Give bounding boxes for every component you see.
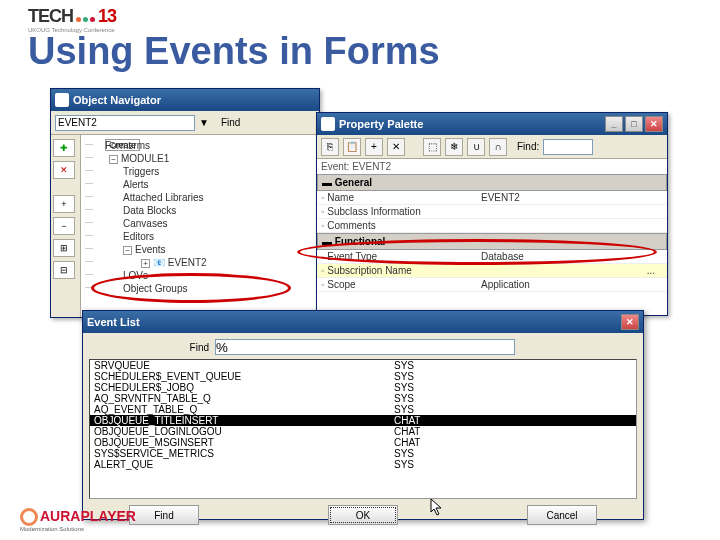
copy-icon[interactable]: ⎘ xyxy=(321,138,339,156)
prop-comments[interactable]: Comments xyxy=(317,219,667,233)
find-input[interactable] xyxy=(215,339,515,355)
section-functional[interactable]: ▬ Functional xyxy=(317,233,667,250)
object-tree[interactable]: Create Formsrms −MODULE1 Triggers Alerts… xyxy=(81,135,319,317)
sidebar: ✚ ✕ + − ⊞ ⊟ xyxy=(51,135,81,317)
event-list-dialog: Event List ✕ Find SRVQUEUESYS SCHEDULER$… xyxy=(82,310,644,520)
cancel-button[interactable]: Cancel xyxy=(527,505,597,525)
tree-item[interactable]: LOVs xyxy=(85,269,315,282)
window-title: Property Palette xyxy=(339,118,423,130)
table-row: ALERT_QUESYS xyxy=(90,459,636,470)
paste-icon[interactable]: 📋 xyxy=(343,138,361,156)
freeze-icon[interactable]: ❄ xyxy=(445,138,463,156)
toolbar: ▼ Find xyxy=(51,111,319,135)
prop-subclass[interactable]: Subclass Information xyxy=(317,205,667,219)
minimize-button[interactable]: _ xyxy=(605,116,623,132)
collapse-all-button[interactable]: ⊟ xyxy=(53,261,75,279)
table-row: AQ_SRVNTFN_TABLE_QSYS xyxy=(90,393,636,404)
expand-button[interactable]: + xyxy=(53,195,75,213)
table-row: OBJQUEUE_LOGINLOGOUCHAT xyxy=(90,426,636,437)
table-row: SYS$SERVICE_METRICSSYS xyxy=(90,448,636,459)
tree-item[interactable]: Triggers xyxy=(85,165,315,178)
prop-subscription-name[interactable]: Subscription Name... xyxy=(317,264,667,278)
table-row: OBJQUEUE_MSGINSERTCHAT xyxy=(90,437,636,448)
create-button[interactable]: ✚ xyxy=(53,139,75,157)
delete-icon[interactable]: ✕ xyxy=(387,138,405,156)
ok-button[interactable]: OK xyxy=(328,505,398,525)
tree-item-events[interactable]: Events xyxy=(135,244,166,255)
find-label: Find xyxy=(89,342,209,353)
object-navigator-window: Object Navigator ▼ Find ✚ ✕ + − ⊞ ⊟ Crea… xyxy=(50,88,320,318)
footer-logo: AURAPLAYER Modernization Solutions xyxy=(20,508,136,532)
maximize-button[interactable]: □ xyxy=(625,116,643,132)
prop-scope[interactable]: ScopeApplication xyxy=(317,278,667,292)
find-label: Find xyxy=(221,117,240,128)
titlebar[interactable]: Object Navigator xyxy=(51,89,319,111)
tree-item[interactable]: Alerts xyxy=(85,178,315,191)
find-label: Find: xyxy=(517,141,539,152)
titlebar[interactable]: Event List ✕ xyxy=(83,311,643,333)
palette-header: Event: EVENT2 xyxy=(317,159,667,174)
tree-item[interactable]: Object Groups xyxy=(85,282,315,295)
prop-name[interactable]: NameEVENT2 xyxy=(317,191,667,205)
toolbar: ⎘ 📋 + ✕ ⬚ ❄ ∪ ∩ Find: xyxy=(317,135,667,159)
section-general[interactable]: ▬ General xyxy=(317,174,667,191)
union-icon[interactable]: ∪ xyxy=(467,138,485,156)
find-button[interactable]: Find xyxy=(129,505,199,525)
tree-item[interactable]: MODULE1 xyxy=(121,153,169,164)
table-row-selected: OBJQUEUE_TITLEINSERTCHAT xyxy=(90,415,636,426)
intersect-icon[interactable]: ∩ xyxy=(489,138,507,156)
app-icon xyxy=(321,117,335,131)
titlebar[interactable]: Property Palette _ □ ✕ xyxy=(317,113,667,135)
brand-logo: TECH13 UKOUG Technology Conference xyxy=(28,6,116,33)
app-icon xyxy=(55,93,69,107)
expand-all-button[interactable]: ⊞ xyxy=(53,239,75,257)
window-title: Event List xyxy=(87,316,140,328)
tree-item[interactable]: Attached Libraries xyxy=(85,191,315,204)
close-button[interactable]: ✕ xyxy=(621,314,639,330)
tree-item[interactable]: Data Blocks xyxy=(85,204,315,217)
event-table[interactable]: SRVQUEUESYS SCHEDULER$_EVENT_QUEUESYS SC… xyxy=(89,359,637,499)
table-row: SCHEDULER$_JOBQSYS xyxy=(90,382,636,393)
inherit-icon[interactable]: ⬚ xyxy=(423,138,441,156)
tree-item[interactable]: Editors xyxy=(85,230,315,243)
close-button[interactable]: ✕ xyxy=(645,116,663,132)
current-object-input[interactable] xyxy=(55,115,195,131)
find-input[interactable] xyxy=(543,139,593,155)
table-row: SRVQUEUESYS xyxy=(90,360,636,371)
table-row: AQ_EVENT_TABLE_QSYS xyxy=(90,404,636,415)
tree-item[interactable]: Canvases xyxy=(85,217,315,230)
delete-button[interactable]: ✕ xyxy=(53,161,75,179)
window-title: Object Navigator xyxy=(73,94,161,106)
collapse-button[interactable]: − xyxy=(53,217,75,235)
tree-item-event2[interactable]: EVENT2 xyxy=(168,257,207,268)
table-row: SCHEDULER$_EVENT_QUEUESYS xyxy=(90,371,636,382)
add-icon[interactable]: + xyxy=(365,138,383,156)
prop-event-type[interactable]: Event TypeDatabase xyxy=(317,250,667,264)
property-palette-window: Property Palette _ □ ✕ ⎘ 📋 + ✕ ⬚ ❄ ∪ ∩ F… xyxy=(316,112,668,316)
page-title: Using Events in Forms xyxy=(28,30,440,73)
